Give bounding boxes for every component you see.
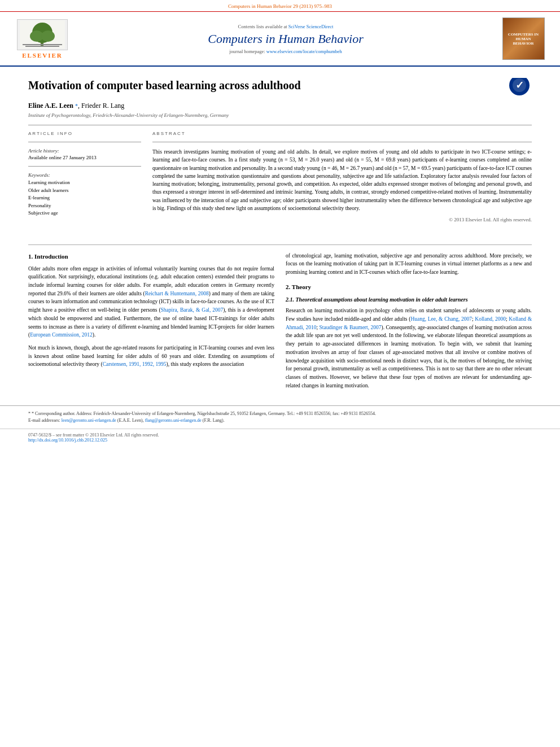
theory-section-title: 2. Theory [286, 282, 532, 292]
authors-line: Eline A.E. Leen *, Frieder R. Lang [28, 102, 532, 110]
keywords-list: Learning motivation Older adult learners… [28, 179, 141, 217]
contents-text: Contents lists available at [238, 24, 288, 29]
doi-line: http://dx.doi.org/10.1016/j.chb.2012.12.… [28, 438, 532, 443]
email-2-name: (F.R. Lang). [203, 418, 225, 423]
affiliation: Institute of Psychogerontology, Friedric… [28, 112, 532, 118]
info-divider [28, 142, 141, 142]
ref-kolland[interactable]: Kolland, 2000 [475, 316, 506, 322]
body-top-divider [28, 244, 532, 245]
footnote-area: * * Corresponding author. Address: Fried… [0, 405, 560, 429]
intro-paragraph-1: Older adults more often engage in activi… [28, 265, 274, 339]
journal-thumbnail: COMPUTERS IN HUMAN BEHAVIOR [502, 18, 545, 60]
ref-reichart[interactable]: Reichart & Huntemann, 2008 [145, 291, 209, 296]
theory-subsection-title: 2.1. Theoretical assumptions about learn… [286, 295, 532, 304]
svg-rect-6 [25, 46, 59, 47]
sciverse-line: Contents lists available at SciVerse Sci… [85, 24, 487, 29]
keywords-section: Keywords: Learning motivation Older adul… [28, 172, 141, 217]
article-info-label: ARTICLE INFO [28, 131, 141, 136]
email-label: E-mail addresses: [28, 418, 62, 423]
keywords-label: Keywords: [28, 172, 141, 178]
crossmark-badge: ✓ [509, 78, 532, 98]
copyright-notice: © 2013 Elsevier Ltd. All rights reserved… [152, 217, 532, 222]
journal-header: ELSEVIER Contents lists available at Sci… [0, 12, 560, 67]
journal-name: Computers in Human Behavior [85, 32, 487, 46]
article-content-area: ✓ Motivation of computer based learning … [0, 67, 560, 234]
author-names: Eline A.E. Leen [28, 102, 75, 110]
sciverse-link[interactable]: SciVerse ScienceDirect [288, 24, 334, 29]
keyword-item: Older adult learners [28, 187, 141, 195]
doi-url[interactable]: http://dx.doi.org/10.1016/j.chb.2012.12.… [28, 438, 107, 443]
journal-thumbnail-area: COMPUTERS IN HUMAN BEHAVIOR [498, 18, 549, 60]
journal-title-area: Contents lists available at SciVerse Sci… [73, 24, 498, 54]
elsevier-logo-area: ELSEVIER [11, 19, 73, 59]
email-line: E-mail addresses: leen@geronto.uni-erlan… [28, 417, 532, 424]
svg-rect-5 [23, 44, 62, 45]
footnote-text: * * Corresponding author. Address: Fried… [28, 410, 532, 417]
homepage-label: journal homepage: [229, 49, 266, 54]
body-right-column: of chronological age, learning motivatio… [286, 252, 532, 395]
body-columns: 1. Introduction Older adults more often … [28, 252, 532, 395]
ref-carstensen[interactable]: Carstensen, 1991, 1992, 1995 [103, 361, 167, 367]
abstract-label: ABSTRACT [152, 131, 532, 136]
history-label: Article history: [28, 148, 141, 154]
svg-text:✓: ✓ [515, 80, 524, 91]
keyword-item: E-learning [28, 194, 141, 202]
author-names-rest: , Frieder R. Lang [78, 102, 124, 110]
intro-section-title: 1. Introduction [28, 252, 274, 261]
ref-eu-commission[interactable]: European Commission, 2012 [30, 332, 93, 338]
history-divider [28, 166, 141, 167]
homepage-url[interactable]: www.elsevier.com/locate/comphumbeh [266, 49, 342, 54]
article-title: Motivation of computer based learning ac… [28, 78, 532, 93]
thumb-text: COMPUTERS IN HUMAN BEHAVIOR [506, 32, 541, 46]
email-2[interactable]: flang@geronto.uni-erlangen.de [145, 418, 202, 423]
elsevier-tree-image [17, 19, 68, 50]
abstract-text: This research investigates learning moti… [152, 148, 532, 212]
elsevier-wordmark: ELSEVIER [22, 52, 63, 59]
history-value: Available online 27 January 2013 [28, 155, 141, 160]
footnote-content: * Corresponding author. Address: Friedri… [32, 411, 376, 416]
email-1-name: (E.A.E. Leen), [117, 418, 144, 423]
issn-line: 0747-5632/$ – see front matter © 2013 El… [28, 433, 532, 438]
intro-paragraph-2: Not much is known, though, about the age… [28, 344, 274, 369]
body-left-column: 1. Introduction Older adults more often … [28, 252, 274, 395]
right-para-1: of chronological age, learning motivatio… [286, 252, 532, 277]
email-1[interactable]: leen@geronto.uni-erlangen.de [62, 418, 116, 423]
bottom-bar: 0747-5632/$ – see front matter © 2013 El… [0, 429, 560, 446]
theory-paragraph-1: Research on learning motivation in psych… [286, 307, 532, 390]
journal-citation-bar: Computers in Human Behavior 29 (2013) 97… [0, 0, 560, 12]
keyword-item: Learning motivation [28, 179, 141, 187]
journal-citation: Computers in Human Behavior 29 (2013) 97… [228, 3, 332, 9]
abstract-divider [152, 142, 532, 142]
info-abstract-columns: ARTICLE INFO Article history: Available … [28, 131, 532, 223]
crossmark-icon: ✓ [509, 78, 530, 95]
keyword-item: Subjective age [28, 209, 141, 217]
ref-shapira[interactable]: Shapira, Barak, & Gal, 2007 [161, 307, 224, 313]
svg-point-4 [41, 30, 55, 42]
elsevier-logo: ELSEVIER [17, 19, 68, 59]
body-content-area: 1. Introduction Older adults more often … [0, 234, 560, 406]
ref-huang[interactable]: Huang, Lee, & Chang, 2007 [410, 316, 472, 322]
article-history: Article history: Available online 27 Jan… [28, 148, 141, 160]
article-info-column: ARTICLE INFO Article history: Available … [28, 131, 141, 223]
ref-staudinger[interactable]: Staudinger & Baumert, 2007 [320, 325, 382, 330]
keyword-item: Personality [28, 202, 141, 210]
journal-homepage: journal homepage: www.elsevier.com/locat… [85, 49, 487, 54]
header-divider [28, 125, 532, 125]
abstract-column: ABSTRACT This research investigates lear… [152, 131, 532, 223]
